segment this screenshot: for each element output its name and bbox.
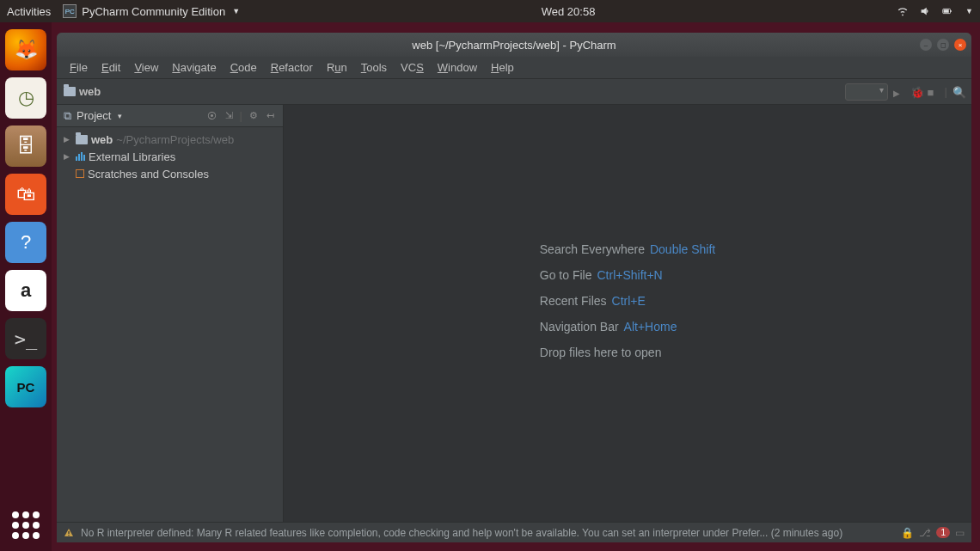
hide-panel-icon[interactable]: ↤ [265,110,276,121]
menu-window[interactable]: Window [432,59,483,76]
event-log-badge[interactable]: 1 [936,527,950,538]
tree-external-libs[interactable]: ▶ External Libraries [60,148,279,165]
debug-button[interactable]: 🐞 [910,86,922,98]
launcher-clock[interactable]: ◷ [5,77,46,119]
navigation-bar: web 🐞 ■ | 🔍 [57,79,971,105]
menu-run[interactable]: Run [321,59,353,76]
menu-edit[interactable]: Edit [95,59,126,76]
memory-indicator[interactable]: ▭ [955,527,965,539]
gear-icon[interactable]: ⚙ [248,110,260,121]
svg-rect-4 [68,535,69,536]
desktop-topbar: Activities PC PyCharm Community Edition … [0,0,980,22]
clock[interactable]: Wed 20:58 [240,5,897,18]
project-tree[interactable]: ▶ web ~/PycharmProjects/web ▶ External L… [57,127,283,186]
launcher-amazon[interactable]: a [5,270,46,311]
ubuntu-launcher: 🦊 ◷ 🗄 🛍 ? a >_ PC [0,22,52,551]
hint-shortcut: Double Shift [650,242,715,256]
run-button[interactable] [893,86,905,98]
status-bar: No R interpreter defined: Many R related… [57,522,971,542]
tree-scratches[interactable]: Scratches and Consoles [60,165,279,182]
project-panel-title: Project [77,109,111,122]
svg-rect-2 [944,9,949,13]
window-maximize[interactable]: ◻ [937,39,949,51]
tree-root[interactable]: ▶ web ~/PycharmProjects/web [60,131,279,148]
hint-label: Search Everywhere [540,242,645,256]
hint-label: Navigation Bar [540,320,619,334]
folder-icon [76,135,88,144]
activities-button[interactable]: Activities [7,5,51,18]
menu-tools[interactable]: Tools [355,59,393,76]
hint-label: Recent Files [540,294,607,308]
svg-rect-1 [951,10,952,12]
launcher-help[interactable]: ? [5,222,46,263]
launcher-terminal[interactable]: >_ [5,318,46,359]
library-icon [76,152,85,161]
chevron-down-icon: ▾ [118,112,122,120]
hint-label: Drop files here to open [540,346,662,359]
locate-icon[interactable]: ⦿ [205,111,218,121]
window-minimize[interactable]: – [920,39,932,51]
menu-refactor[interactable]: Refactor [265,59,319,76]
git-branch-icon[interactable]: ⎇ [919,527,931,539]
stop-button[interactable]: ■ [928,86,940,98]
launcher-software[interactable]: 🛍 [5,174,46,215]
warning-icon [64,528,74,538]
editor-area[interactable]: Search EverywhereDouble Shift Go to File… [284,105,971,522]
launcher-firefox[interactable]: 🦊 [5,29,46,70]
breadcrumb-root: web [79,85,101,98]
run-configuration-selector[interactable] [845,83,888,101]
menu-help[interactable]: Help [485,59,520,76]
window-close[interactable]: × [954,39,966,51]
topbar-app-menu[interactable]: PC PyCharm Community Edition ▼ [63,4,240,18]
hint-shortcut: Alt+Home [624,320,677,334]
menu-vcs[interactable]: VCS [395,59,430,76]
project-tool-window: ⧉ Project ▾ ⦿ ⇲ | ⚙ ↤ ▶ web ~/PycharmPro… [57,105,284,522]
menu-view[interactable]: View [128,59,164,76]
breadcrumb[interactable]: web [64,85,101,98]
menu-navigate[interactable]: Navigate [166,59,222,76]
hint-label: Go to File [540,268,592,282]
system-menu-icon[interactable]: ▼ [965,7,973,15]
lock-icon[interactable]: 🔒 [901,527,914,539]
search-everywhere-icon[interactable]: 🔍 [952,86,965,98]
topbar-app-name: PyCharm Community Edition [82,5,225,18]
show-applications[interactable] [12,511,40,539]
scratches-icon [76,169,84,178]
launcher-pycharm[interactable]: PC [5,366,46,407]
battery-icon[interactable] [941,5,953,17]
window-titlebar[interactable]: web [~/PycharmProjects/web] - PyCharm – … [57,33,971,57]
pycharm-window: web [~/PycharmProjects/web] - PyCharm – … [57,33,971,542]
hint-shortcut: Ctrl+E [612,294,646,308]
menu-code[interactable]: Code [224,59,263,76]
status-message[interactable]: No R interpreter defined: Many R related… [81,527,842,539]
project-panel-header[interactable]: ⧉ Project ▾ ⦿ ⇲ | ⚙ ↤ [57,105,283,127]
launcher-files[interactable]: 🗄 [5,126,46,167]
menubar: File Edit View Navigate Code Refactor Ru… [57,57,971,79]
svg-rect-3 [68,531,69,534]
window-title: web [~/PycharmProjects/web] - PyCharm [57,39,971,52]
menu-file[interactable]: File [64,59,94,76]
apps-grid-icon [12,511,40,539]
volume-icon[interactable] [919,5,931,17]
chevron-down-icon: ▼ [232,7,240,15]
folder-icon [64,87,76,96]
welcome-hints: Search EverywhereDouble Shift Go to File… [540,242,715,371]
wifi-icon[interactable] [897,5,909,17]
pycharm-icon: PC [63,4,77,18]
collapse-all-icon[interactable]: ⇲ [224,110,235,121]
hint-shortcut: Ctrl+Shift+N [597,268,662,282]
